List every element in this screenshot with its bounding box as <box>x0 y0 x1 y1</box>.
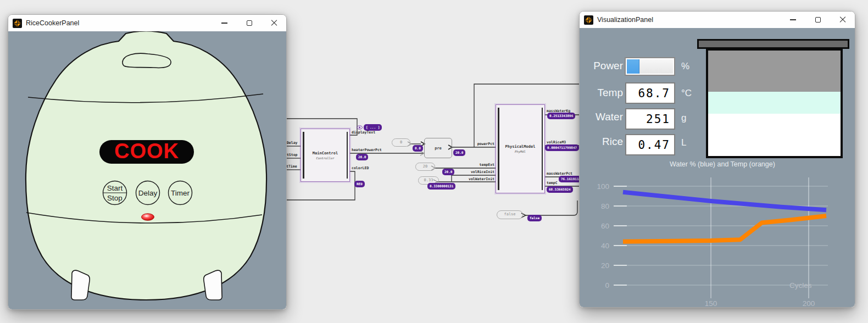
physical-model-block[interactable]: PhysicalModel PhyMdl <box>496 104 545 193</box>
close-icon <box>271 20 277 26</box>
const-tag-twenty[interactable]: 20 <box>415 163 435 171</box>
port-label-volricem3: volRiceM3 <box>547 140 566 144</box>
temp-unit: °C <box>681 88 692 99</box>
titlebar: VisualizationPanel <box>580 12 855 28</box>
pre-block[interactable]: pre <box>424 138 452 158</box>
desktop: MainControl Controller PhysicalModel Phy… <box>0 0 868 323</box>
close-button[interactable] <box>261 15 286 31</box>
y-tick-label: 80 <box>601 202 609 210</box>
power-progress <box>625 57 675 76</box>
port-label-powerpct: powerPct <box>459 142 494 146</box>
delay-label: Delay <box>138 189 158 197</box>
start-stop-button[interactable]: Start Stop <box>103 181 127 205</box>
main-control-block[interactable]: MainControl Controller <box>301 129 350 182</box>
eye-icon <box>357 125 363 130</box>
value-badge-heater: 20.0 <box>356 154 368 160</box>
left-foot <box>71 270 90 300</box>
y-tick-label: 20 <box>601 261 609 270</box>
value-badge-tempc: 68.53665924 <box>547 186 573 193</box>
display-text: COOK <box>114 140 179 163</box>
value-badge-volricem3: 0.0004711799847 <box>545 144 579 151</box>
temp-label: Temp <box>580 87 623 99</box>
close-icon <box>839 16 846 23</box>
minimize-icon <box>221 23 227 23</box>
value-badge-masswaterkg: 0.2513343896 <box>547 113 575 119</box>
stop-label: Stop <box>107 194 123 202</box>
rice-label: Rice <box>580 136 623 148</box>
power-label: Power <box>580 60 623 72</box>
x-axis-title: Cycles <box>789 281 812 289</box>
power-progress-track <box>627 59 673 74</box>
port-label-tempext: tempExt <box>459 163 494 167</box>
const-tag-false[interactable]: false <box>497 210 523 219</box>
port-label-colorled: colorLED <box>352 166 369 170</box>
window-title: VisualizationPanel <box>597 16 781 24</box>
power-progress-fill <box>627 59 639 74</box>
value-badge-tempext: 20.0 <box>442 169 454 175</box>
value-badge-volinit: 0.3300000131 <box>427 183 455 190</box>
cooker-body <box>26 31 266 300</box>
tank-rice-layer <box>708 114 841 156</box>
x-tick-label: 200 <box>803 299 815 308</box>
series-line-water <box>623 192 826 210</box>
minimize-button[interactable] <box>212 15 237 31</box>
rice-cooker-panel: COOK Start Stop Delay Timer <box>8 31 286 310</box>
chart-title: Water % (blue) and Temp (orange) <box>613 160 832 168</box>
water-unit: g <box>681 113 686 124</box>
minimize-button[interactable] <box>781 12 805 28</box>
block-title: MainControl <box>313 151 338 155</box>
water-value-field[interactable]: 251 <box>625 108 675 130</box>
value-badge-displaytext: [ ... ] <box>364 124 382 131</box>
rice-unit: L <box>681 137 686 148</box>
temp-value-field[interactable]: 68.7 <box>625 82 675 104</box>
const-tag-zero[interactable]: 0 <box>392 138 410 147</box>
pot-lid <box>697 39 849 49</box>
y-tick-label: 100 <box>597 182 609 191</box>
port-label-heaterpowerpct: heaterPowerPct <box>352 148 382 152</box>
series-line-temp <box>623 216 826 242</box>
right-foot <box>204 270 222 300</box>
y-tick-label: 40 <box>601 242 609 250</box>
rice-cooker-graphic: COOK Start Stop Delay Timer <box>8 31 287 310</box>
maximize-button[interactable] <box>805 12 830 28</box>
minimize-icon <box>790 19 796 20</box>
app-icon <box>13 19 22 28</box>
port-label-volriceinit: volRiceInit <box>454 170 494 174</box>
tank-empty-layer <box>708 51 841 92</box>
maximize-icon <box>247 20 252 26</box>
pot-tank <box>706 48 843 158</box>
block-subtitle: Controller <box>316 157 334 160</box>
port-label-settime: tTime <box>286 164 297 169</box>
value-badge-pre-out: 20.0 <box>453 149 465 156</box>
status-led <box>142 214 154 221</box>
port-label-displaytext: displayText <box>352 130 375 135</box>
block-subtitle: PhyMdl <box>515 150 526 153</box>
y-tick-label: 60 <box>601 222 609 230</box>
titlebar: RiceCookerPanel <box>8 15 286 31</box>
tank-water-layer <box>708 92 841 114</box>
block-title: PhysicalModel <box>505 144 536 149</box>
maximize-icon <box>815 17 821 23</box>
start-label: Start <box>107 184 123 192</box>
visualization-panel: Power % Temp 68.7 °C Water 251 g Rice 0.… <box>580 28 855 308</box>
port-label-volwaterinit: volWaterInit <box>450 177 494 181</box>
y-tick-label: 0 <box>605 281 609 289</box>
close-button[interactable] <box>830 12 855 28</box>
value-badge-colorled: RED <box>354 181 365 187</box>
window-title: RiceCookerPanel <box>26 19 212 27</box>
timer-label: Timer <box>171 189 190 197</box>
visualization-window: VisualizationPanel Power % Temp 68.7 °C … <box>579 11 855 308</box>
value-badge-false: false <box>527 215 542 221</box>
pre-block-label: pre <box>435 146 442 151</box>
x-tick-label: 150 <box>705 299 717 308</box>
water-label: Water <box>580 111 623 123</box>
port-label-tempc: tempC <box>547 181 558 185</box>
port-label-masswaterpct: massWaterPct <box>547 171 572 176</box>
app-icon <box>584 15 593 25</box>
rice-cooker-window: RiceCookerPanel COOK <box>8 14 287 310</box>
maximize-button[interactable] <box>237 15 261 31</box>
value-badge-pre-in: 0.0 <box>413 145 423 152</box>
power-unit: % <box>681 61 689 72</box>
rice-value-field[interactable]: 0.47 <box>625 134 675 155</box>
